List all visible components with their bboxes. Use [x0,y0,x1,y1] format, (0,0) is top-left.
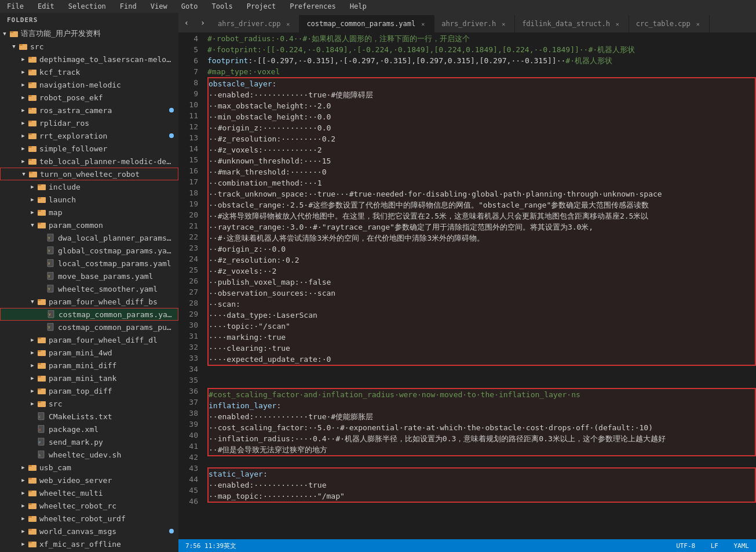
tree-item[interactable]: ▶include [0,180,178,193]
menu-file[interactable]: File [5,1,26,12]
menu-selection[interactable]: Selection [66,1,108,12]
tree-item[interactable]: ▶teb_local_planner-melodic-devel [0,155,178,168]
tab-fdilink-data-struct[interactable]: fdilink_data_struct.h ✕ [515,15,629,32]
tree-arrow-icon [28,435,37,448]
line-number: 4 [178,33,198,44]
tree-file-icon [28,131,37,140]
line-number: 35 [178,375,198,386]
tree-item[interactable]: CCMakeLists.txt [0,410,178,423]
tab-label: fdilink_data_struct.h [522,20,610,28]
tree-item[interactable]: Ymove_base_params.yaml [0,270,178,282]
tab-close[interactable]: ✕ [613,20,622,28]
code-line: obstacle_layer: [207,77,756,89]
tree-item-label: param_top_diff [49,387,174,395]
tree-file-icon: Y [46,246,56,255]
tree-file-icon [37,361,46,370]
tree-item[interactable]: ▼param_four_wheel_diff_bs [0,295,178,308]
tree-item[interactable]: ▶wheeltec_multi [0,486,178,499]
tree-file-icon [37,386,46,395]
editor-content[interactable]: 4567891011121314151617181920212223242526… [178,33,756,539]
tree-item[interactable]: ▶usb_cam [0,461,178,474]
menu-tools[interactable]: Tools [210,1,235,12]
menu-preferences[interactable]: Preferences [287,1,338,12]
menu-help[interactable]: Help [348,1,369,12]
tree-item[interactable]: Ycostmap_common_params.yaml [0,308,178,321]
tree-item[interactable]: Xpackage.xml [0,423,178,435]
tree-item[interactable]: ▼param_common [0,219,178,231]
code-line [207,366,756,377]
tree-item[interactable]: ▶src [0,397,178,410]
menu-edit[interactable]: Edit [35,1,57,12]
menu-goto[interactable]: Goto [179,1,200,12]
tab-nav-right[interactable]: › [195,13,211,32]
svg-rect-81 [28,542,32,543]
tree-arrow-icon: ▼ [9,40,19,53]
tree-item[interactable]: Psend_mark.py [0,435,178,448]
tree-item[interactable]: ▶kcf_track [0,66,178,78]
svg-text:Y: Y [48,236,50,240]
code-line: ··publish_voxel_map:··false [207,277,756,288]
status-lineending: LF [711,542,718,550]
code-area[interactable]: #·robot_radius:·0.4··#·如果机器人圆形的，注释下面的一行，… [203,33,756,539]
tree-item[interactable]: Swheeltec_udev.sh [0,448,178,461]
menu-view[interactable]: View [148,1,170,12]
tree-item[interactable]: Ydwa_local_planner_params.yaml [0,231,178,244]
tree-item[interactable]: Yglobal_costmap_params.yaml [0,244,178,257]
tab-close[interactable]: ✕ [499,20,507,28]
tree-item[interactable]: Ywheeltec_smoother.yaml [0,282,178,295]
tree-item[interactable]: ▶wheeltec_robot_rc [0,499,178,512]
tree-file-icon: X [37,424,46,434]
line-number: 6 [178,55,198,66]
tree-file-icon [28,80,37,89]
tree-item[interactable]: ▶wheeltec_robot_urdf [0,512,178,525]
tab-label: crc_table.cpp [636,20,691,28]
tree-item[interactable]: ▶navigation-melodic [0,78,178,91]
tab-close-active[interactable]: ✕ [419,20,427,28]
tree-item[interactable]: ▶param_mini_4wd [0,346,178,359]
tab-costmap-common-params[interactable]: costmap_common_params.yaml ✕ [300,15,434,32]
tree-file-icon [28,67,37,77]
tab-nav-left[interactable]: ‹ [178,13,195,32]
tree-item[interactable]: ▶launch [0,193,178,206]
tree-item[interactable]: Ycostmap_common_params_pure3d.yaml [0,321,178,333]
tree-file-icon: Y [46,284,56,293]
tree-item-label: turn_on_wheeltec_robot [40,170,173,179]
tree-item[interactable]: ▶xf_mic_asr_offline [0,538,178,550]
tree-arrow-icon [28,448,37,461]
tree-item[interactable]: ▶param_mini_tank [0,372,178,384]
tree-item[interactable]: ▶web_video_server [0,474,178,486]
menu-find[interactable]: Find [118,1,139,12]
svg-rect-21 [28,159,32,161]
tree-item[interactable]: ▶world_canvas_msgs [0,525,178,538]
tree-item[interactable]: ▶param_top_diff [0,384,178,397]
tree-arrow-icon: ▶ [28,333,37,346]
tree-item[interactable]: ▶depthimage_to_laserscan-melodic-devel [0,53,178,66]
tab-crc-table[interactable]: crc_table.cpp ✕ [629,15,710,32]
svg-rect-27 [38,197,41,199]
tree-item[interactable]: Ylocal_costmap_params.yaml [0,257,178,270]
tree-arrow-icon: ▶ [19,66,28,78]
tree-item[interactable]: ▶simple_follower [0,142,178,155]
tree-item[interactable]: ▶map [0,206,178,219]
tree-item[interactable]: ▶param_four_wheel_diff_dl [0,333,178,346]
tree-item[interactable]: ▼turn_on_wheeltec_robot [0,168,178,180]
tab-ahrs-driver-cpp[interactable]: ahrs_driver.cpp ✕ [211,15,300,32]
svg-rect-11 [28,95,32,97]
tree-item[interactable]: ▶ros_astra_camera [0,104,178,117]
tab-close[interactable]: ✕ [284,20,292,28]
tree-item[interactable]: ▶param_mini_diff [0,359,178,372]
tree-item[interactable]: ▶rrt_exploration [0,129,178,142]
tree-item[interactable]: ▼语言功能_用户开发资料 [0,27,178,40]
tab-close[interactable]: ✕ [694,20,702,28]
tree-file-icon [28,55,37,64]
tree-item[interactable]: ▶rplidar_ros [0,117,178,129]
menu-project[interactable]: Project [244,1,279,12]
svg-rect-73 [28,491,32,492]
line-number: 30 [178,319,198,331]
tree-arrow-icon: ▼ [0,27,9,40]
line-number: 22 [178,231,198,242]
tree-arrow-icon: ▶ [28,193,37,206]
tree-item[interactable]: ▼src [0,40,178,53]
tab-ahrs-driver-h[interactable]: ahrs_driver.h ✕ [434,15,515,32]
tree-item[interactable]: ▶robot_pose_ekf [0,91,178,104]
